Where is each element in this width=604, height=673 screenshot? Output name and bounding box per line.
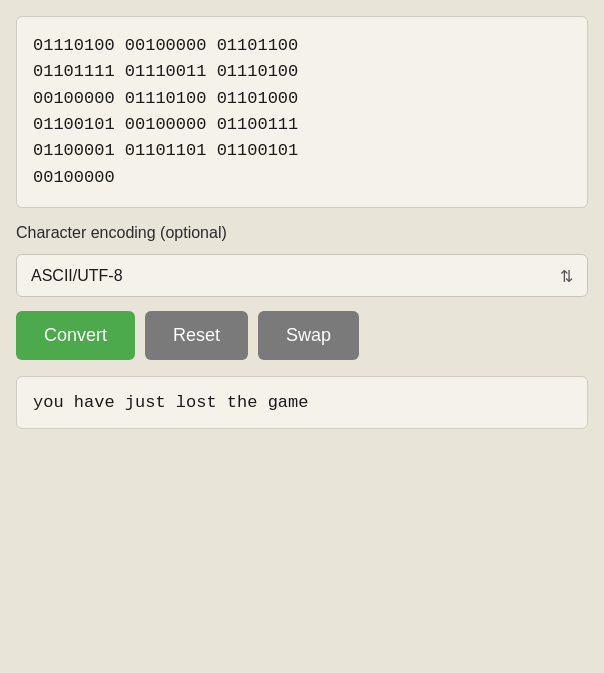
encoding-select[interactable]: ASCII/UTF-8 UTF-16 UTF-32 ISO-8859-1 (17, 255, 587, 296)
binary-display-section: 01110100 00100000 01101100 01101111 0111… (16, 16, 588, 208)
action-buttons-row: Convert Reset Swap (16, 311, 588, 360)
swap-button[interactable]: Swap (258, 311, 359, 360)
output-text-content: you have just lost the game (33, 393, 571, 412)
reset-button[interactable]: Reset (145, 311, 248, 360)
encoding-label: Character encoding (optional) (16, 224, 588, 242)
controls-section: Character encoding (optional) ASCII/UTF-… (0, 208, 604, 376)
convert-button[interactable]: Convert (16, 311, 135, 360)
encoding-select-wrapper[interactable]: ASCII/UTF-8 UTF-16 UTF-32 ISO-8859-1 ⇅ (16, 254, 588, 297)
output-section: you have just lost the game (16, 376, 588, 429)
binary-text-content: 01110100 00100000 01101100 01101111 0111… (33, 33, 571, 191)
